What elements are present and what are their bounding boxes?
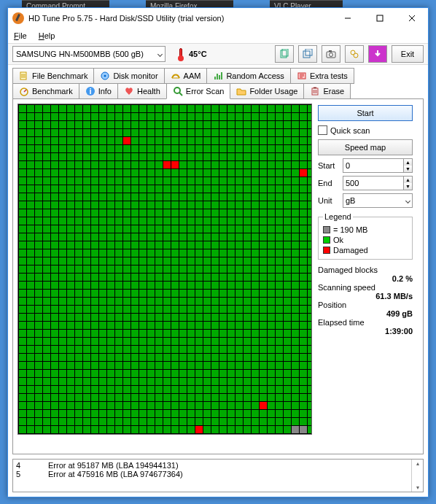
svg-rect-18: [219, 75, 220, 80]
down-arrow-icon[interactable]: ▼: [404, 166, 412, 172]
damaged-block: [171, 161, 179, 168]
svg-rect-10: [329, 50, 332, 52]
position-value: 499 gB: [318, 309, 413, 318]
svg-rect-19: [221, 72, 222, 80]
elapsed-value: 1:39:00: [318, 327, 413, 336]
chevron-down-icon: [405, 198, 410, 203]
svg-point-9: [330, 53, 333, 57]
window-title: HD Tune Pro 5.75 - Hard Disk/SSD Utility…: [28, 14, 332, 23]
tab-disk-monitor[interactable]: Disk monitor: [93, 68, 164, 84]
quick-scan-checkbox[interactable]: Quick scan: [318, 125, 413, 135]
tab-label: Info: [98, 87, 112, 96]
minimize-button[interactable]: [332, 8, 364, 28]
random-access-icon: [213, 71, 223, 81]
error-scan-icon: [173, 86, 183, 96]
unit-select[interactable]: gB: [343, 193, 413, 208]
tab-label: Health: [137, 87, 160, 96]
end-input[interactable]: [343, 177, 403, 190]
scan-stats: Damaged blocks 0.2 % Scanning speed 61.3…: [318, 265, 413, 336]
start-scan-button[interactable]: Start: [318, 105, 413, 121]
scroll-down-icon[interactable]: ▾: [416, 484, 419, 491]
menu-help[interactable]: Help: [39, 31, 55, 40]
svg-point-12: [354, 53, 358, 58]
start-input[interactable]: [343, 159, 403, 172]
screenshot-button[interactable]: [322, 45, 340, 63]
up-arrow-icon[interactable]: ▲: [404, 159, 412, 166]
settings-button[interactable]: [345, 45, 364, 63]
damaged-label: Damaged blocks: [318, 265, 413, 274]
error-scan-panel: Start Quick scan Speed map Start ▲▼ End: [12, 98, 424, 454]
legend-damaged-label: Damaged: [333, 246, 368, 255]
disk-monitor-icon: [100, 71, 110, 81]
save-button[interactable]: [368, 45, 387, 63]
drive-select[interactable]: SAMSUNG HN-M500MBB (500 gB): [12, 46, 166, 62]
svg-rect-1: [377, 15, 383, 21]
tab-label: File Benchmark: [32, 71, 87, 80]
tab-folder-usage[interactable]: Folder Usage: [230, 83, 304, 99]
copy-screenshot-button[interactable]: [298, 45, 317, 63]
tab-error-scan[interactable]: Error Scan: [166, 83, 231, 99]
tab-label: AAM: [184, 71, 201, 80]
menu-file[interactable]: File: [14, 31, 27, 40]
tab-label: Benchmark: [32, 87, 73, 96]
start-spinner[interactable]: ▲▼: [343, 158, 413, 173]
tab-row-1: File BenchmarkDisk monitorAAMRandom Acce…: [12, 68, 424, 83]
close-button[interactable]: [396, 8, 428, 28]
damaged-value: 0.2 %: [318, 274, 413, 283]
down-arrow-icon[interactable]: ▼: [404, 183, 412, 190]
tab-label: Disk monitor: [113, 71, 157, 80]
extra-tests-icon: [297, 71, 307, 81]
titlebar[interactable]: HD Tune Pro 5.75 - Hard Disk/SSD Utility…: [8, 8, 428, 28]
speed-map-button[interactable]: Speed map: [318, 139, 413, 155]
tab-random-access[interactable]: Random Access: [206, 68, 290, 84]
log-num: 5: [16, 470, 38, 478]
copy-info-button[interactable]: [275, 45, 294, 63]
svg-rect-17: [217, 74, 218, 80]
speed-value: 61.3 MB/s: [318, 292, 413, 301]
legend-swatch-block: [323, 226, 330, 233]
tab-file-benchmark[interactable]: File Benchmark: [12, 68, 94, 84]
exit-button[interactable]: Exit: [392, 45, 424, 63]
tab-info[interactable]: iInfo: [79, 83, 118, 99]
tab-benchmark[interactable]: Benchmark: [12, 83, 79, 99]
log-msg: Error at 95187 MB (LBA 194944131): [48, 461, 179, 470]
hdtune-window: HD Tune Pro 5.75 - Hard Disk/SSD Utility…: [7, 7, 429, 497]
drive-select-value: SAMSUNG HN-M500MBB (500 gB): [16, 50, 144, 58]
scroll-up-icon[interactable]: ▴: [416, 460, 419, 467]
tab-health[interactable]: Health: [117, 83, 167, 99]
chevron-down-icon: [157, 51, 163, 56]
svg-text:i: i: [89, 87, 91, 96]
position-label: Position: [318, 301, 413, 309]
tab-label: Erase: [323, 87, 344, 96]
up-arrow-icon[interactable]: ▲: [404, 177, 412, 183]
legend-title: Legend: [323, 212, 353, 221]
thermometer-icon: [176, 47, 186, 61]
tab-erase[interactable]: Erase: [303, 83, 351, 99]
damaged-block: [300, 169, 307, 177]
svg-rect-6: [303, 51, 310, 58]
log-num: 4: [16, 461, 38, 470]
legend-ok-label: Ok: [333, 236, 343, 244]
damaged-block: [123, 137, 131, 144]
toolbar: SAMSUNG HN-M500MBB (500 gB) 45°C Exit: [8, 43, 428, 65]
svg-point-15: [104, 75, 106, 77]
end-spinner[interactable]: ▲▼: [343, 176, 413, 190]
legend-swatch-damaged: [323, 247, 330, 254]
tab-extra-tests[interactable]: Extra tests: [290, 68, 354, 84]
info-icon: i: [85, 86, 96, 96]
file-bench-icon: [19, 71, 29, 81]
benchmark-icon: [19, 86, 29, 96]
tab-label: Error Scan: [186, 87, 225, 96]
erase-icon: [310, 86, 320, 96]
end-label: End: [318, 179, 340, 187]
legend-swatch-ok: [323, 236, 330, 244]
tab-label: Folder Usage: [249, 87, 297, 96]
log-scrollbar[interactable]: ▴ ▾: [411, 460, 423, 492]
error-log: 4Error at 95187 MB (LBA 194944131)5Error…: [12, 459, 424, 492]
log-row[interactable]: 4Error at 95187 MB (LBA 194944131): [16, 461, 408, 470]
maximize-button[interactable]: [364, 8, 396, 28]
tab-row-2: BenchmarkiInfoHealthError ScanFolder Usa…: [12, 83, 424, 98]
log-row[interactable]: 5Error at 475916 MB (LBA 974677364): [16, 470, 408, 478]
svg-point-24: [174, 88, 180, 93]
tab-aam[interactable]: AAM: [164, 68, 208, 84]
